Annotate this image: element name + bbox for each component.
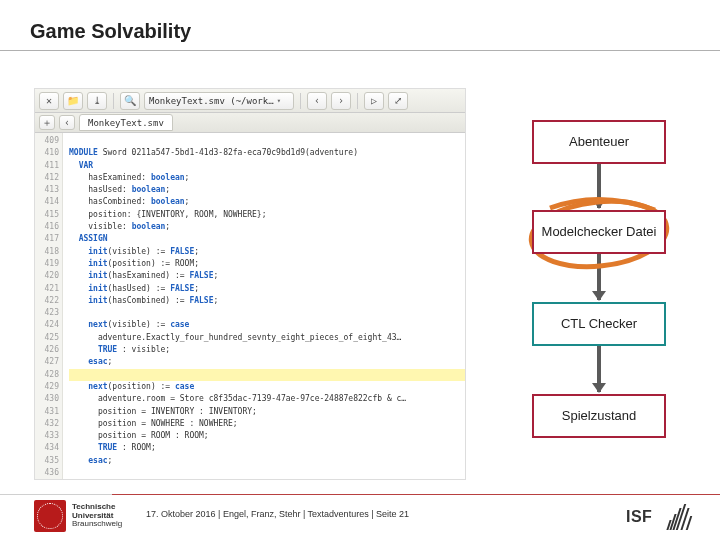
footer: Technische Universität Braunschweig 17. … [0, 494, 720, 540]
close-icon[interactable]: ✕ [39, 92, 59, 110]
tu-line2: Universität [72, 511, 113, 520]
file-dropdown-label: MonkeyText.smv (~/work… [149, 96, 274, 106]
title-underline [0, 50, 720, 51]
code-content: MODULE Sword 0211a547-5bd1-41d3-82fa-eca… [63, 133, 465, 479]
tu-logo-text: Technische Universität Braunschweig [72, 503, 122, 529]
editor-window: ✕ 📁 ⤓ 🔍 MonkeyText.smv (~/work… ▾ ‹ › ▷ … [34, 88, 466, 480]
search-icon[interactable]: 🔍 [120, 92, 140, 110]
tu-seal-icon [34, 500, 66, 532]
toolbar-separator [300, 93, 301, 109]
prev-icon[interactable]: ‹ [307, 92, 327, 110]
isf-bars-icon [666, 502, 692, 530]
save-icon[interactable]: ⤓ [87, 92, 107, 110]
flow-box-label: Spielzustand [562, 409, 636, 424]
tu-braunschweig-logo: Technische Universität Braunschweig [34, 498, 142, 534]
editor-toolbar-main: ✕ 📁 ⤓ 🔍 MonkeyText.smv (~/work… ▾ ‹ › ▷ … [35, 89, 465, 113]
prev-tab-icon[interactable]: ‹ [59, 115, 75, 130]
footer-accent-line [112, 494, 720, 495]
flow-box-abenteuer: Abenteuer [532, 120, 666, 164]
flow-box-spielzustand: Spielzustand [532, 394, 666, 438]
flow-box-ctl-checker: CTL Checker [532, 302, 666, 346]
flow-box-modelchecker: Modelchecker Datei [532, 210, 666, 254]
open-folder-icon[interactable]: 📁 [63, 92, 83, 110]
code-area: 409 410 411 412 413 414 415 416 417 418 … [35, 133, 465, 479]
add-tab-icon[interactable]: ＋ [39, 115, 55, 130]
page-title: Game Solvability [30, 20, 191, 43]
footer-meta: 17. Oktober 2016 | Engel, Franz, Stehr |… [146, 509, 409, 519]
run-icon[interactable]: ▷ [364, 92, 384, 110]
flow-box-label: Abenteuer [569, 135, 629, 150]
next-icon[interactable]: › [331, 92, 351, 110]
flow-arrow [597, 346, 601, 392]
editor-tab-label: MonkeyText.smv [88, 118, 164, 128]
tu-line3: Braunschweig [72, 519, 122, 528]
isf-logo-text: ISF [626, 508, 652, 526]
file-dropdown[interactable]: MonkeyText.smv (~/work… ▾ [144, 92, 294, 110]
tu-line1: Technische [72, 502, 115, 511]
chevron-down-icon: ▾ [277, 97, 281, 105]
flow-box-label: Modelchecker Datei [542, 225, 657, 240]
flow-box-label: CTL Checker [561, 317, 637, 332]
toolbar-separator [357, 93, 358, 109]
isf-logo: ISF [622, 500, 692, 532]
expand-icon[interactable]: ⤢ [388, 92, 408, 110]
line-gutter: 409 410 411 412 413 414 415 416 417 418 … [35, 133, 63, 479]
slide: Game Solvability ✕ 📁 ⤓ 🔍 MonkeyText.smv … [0, 0, 720, 540]
editor-tab[interactable]: MonkeyText.smv [79, 114, 173, 131]
editor-tabbar: ＋ ‹ MonkeyText.smv [35, 113, 465, 133]
toolbar-separator [113, 93, 114, 109]
